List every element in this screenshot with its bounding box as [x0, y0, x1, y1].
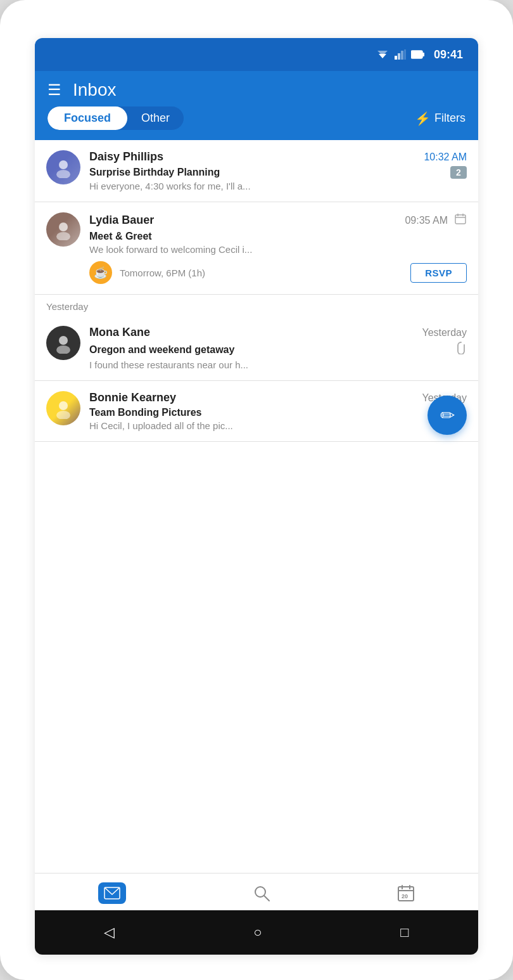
svg-rect-12: [455, 215, 466, 224]
event-time-lydia: Tomorrow, 6PM (1h): [120, 268, 403, 278]
avatar-daisy: [46, 150, 80, 184]
email-subject-line-bonnie: Team Bonding Pictures: [89, 407, 467, 418]
email-preview-mona: I found these restaurants near our h...: [89, 359, 467, 370]
svg-point-19: [56, 411, 70, 419]
event-row-lydia: ☕ Tomorrow, 6PM (1h) RSVP: [46, 261, 467, 284]
email-subject-line-daisy: Surprise Birthday Planning 2: [89, 166, 467, 179]
email-item-daisy[interactable]: Daisy Phillips 10:32 AM Surprise Birthda…: [35, 140, 478, 202]
email-content-lydia: Lydia Bauer 09:35 AM: [89, 212, 467, 255]
email-time-lydia: 09:35 AM: [405, 215, 448, 226]
menu-icon[interactable]: ☰: [48, 81, 61, 99]
avatar-bonnie: [46, 391, 80, 425]
tab-other[interactable]: Other: [127, 106, 184, 130]
avatar-image: [53, 219, 74, 240]
avatar-image: [53, 332, 74, 354]
avatar-image: [53, 397, 74, 419]
email-header-line-lydia: Lydia Bauer 09:35 AM: [89, 212, 467, 228]
svg-point-17: [56, 345, 70, 354]
email-subject-bonnie: Team Bonding Pictures: [89, 407, 202, 418]
nav-mail-icon: [98, 882, 126, 904]
svg-rect-4: [401, 51, 403, 60]
nav-mail[interactable]: [98, 882, 126, 904]
svg-rect-5: [404, 49, 406, 60]
email-item-bonnie[interactable]: Bonnie Kearney Yesterday Team Bonding Pi…: [35, 381, 478, 442]
sender-mona: Mona Kane: [89, 326, 150, 339]
email-preview-bonnie: Hi Cecil, I uploaded all of the pic...: [89, 420, 467, 431]
email-subject-mona: Oregon and weekend getaway: [89, 344, 234, 356]
sender-lydia: Lydia Bauer: [89, 214, 154, 227]
calendar-icon: 20: [397, 884, 415, 902]
calendar-icon-lydia: [454, 212, 467, 228]
signal-icon: [395, 49, 406, 60]
svg-point-9: [56, 170, 70, 178]
email-main-row-mona: Mona Kane Yesterday Oregon and weekend g…: [46, 326, 467, 370]
search-icon: [253, 884, 270, 902]
email-preview-daisy: Hi everyone, 4:30 works for me, I'll a..…: [89, 181, 467, 191]
wifi-icon: [376, 49, 390, 60]
email-content-bonnie: Bonnie Kearney Yesterday Team Bonding Pi…: [89, 391, 467, 431]
back-button[interactable]: ◁: [104, 924, 115, 941]
status-time: 09:41: [434, 48, 463, 61]
email-header-line-mona: Mona Kane Yesterday: [89, 326, 467, 339]
email-item-lydia[interactable]: Lydia Bauer 09:35 AM: [35, 202, 478, 295]
email-subject-line-mona: Oregon and weekend getaway: [89, 342, 467, 358]
phone-frame: 09:41 ☰ Inbox Focused Other ⚡ Filters: [0, 0, 513, 980]
email-content-mona: Mona Kane Yesterday Oregon and weekend g…: [89, 326, 467, 370]
email-content-daisy: Daisy Phillips 10:32 AM Surprise Birthda…: [89, 150, 467, 191]
email-main-row: Daisy Phillips 10:32 AM Surprise Birthda…: [46, 150, 467, 191]
tab-focused[interactable]: Focused: [48, 106, 127, 130]
svg-text:20: 20: [402, 893, 408, 899]
event-dot-icon: ☕: [94, 266, 108, 280]
header-title: Inbox: [73, 80, 466, 100]
bottom-nav: 20: [35, 873, 478, 910]
email-item-mona[interactable]: Mona Kane Yesterday Oregon and weekend g…: [35, 316, 478, 381]
email-main-row-bonnie: Bonnie Kearney Yesterday Team Bonding Pi…: [46, 391, 467, 431]
nav-search[interactable]: [253, 884, 270, 902]
svg-marker-1: [377, 51, 388, 56]
svg-rect-6: [411, 51, 422, 58]
svg-point-18: [59, 401, 68, 410]
compose-icon: ✏: [440, 405, 455, 426]
svg-rect-2: [395, 56, 397, 60]
svg-line-22: [264, 896, 269, 901]
svg-point-8: [59, 160, 68, 169]
email-header-line: Daisy Phillips 10:32 AM: [89, 150, 467, 164]
svg-point-10: [59, 222, 68, 231]
status-icons: 09:41: [376, 48, 463, 61]
compose-fab[interactable]: ✏: [428, 396, 467, 435]
email-preview-lydia: We look forward to welcoming Cecil i...: [89, 244, 467, 255]
inbox-tabs: Focused Other: [48, 106, 184, 130]
avatar-lydia: [46, 212, 80, 247]
android-nav: ◁ ○ □: [35, 910, 478, 955]
sender-daisy: Daisy Phillips: [89, 150, 163, 164]
filters-button[interactable]: ⚡ Filters: [415, 111, 466, 126]
email-time-daisy: 10:32 AM: [424, 152, 467, 163]
email-subject-lydia: Meet & Greet: [89, 231, 152, 242]
rsvp-button[interactable]: RSVP: [410, 263, 467, 283]
mail-icon: [104, 887, 120, 899]
attachment-icon-mona: [455, 342, 467, 358]
battery-icon: [411, 50, 425, 59]
section-header-yesterday: Yesterday: [35, 295, 478, 316]
nav-calendar[interactable]: 20: [397, 884, 415, 902]
email-subject-daisy: Surprise Birthday Planning: [89, 167, 220, 178]
header-top: ☰ Inbox: [48, 80, 466, 100]
email-subject-line-lydia: Meet & Greet: [89, 231, 467, 242]
email-header-line-bonnie: Bonnie Kearney Yesterday: [89, 391, 467, 404]
avatar-mona: [46, 326, 80, 360]
bolt-icon: ⚡: [415, 111, 431, 126]
event-dot-lydia: ☕: [89, 261, 112, 284]
svg-point-11: [56, 232, 70, 240]
filters-label: Filters: [434, 112, 466, 125]
home-button[interactable]: ○: [253, 924, 262, 941]
svg-rect-3: [398, 53, 400, 60]
svg-rect-7: [422, 53, 424, 56]
email-list: Daisy Phillips 10:32 AM Surprise Birthda…: [35, 140, 478, 873]
email-main-row-lydia: Lydia Bauer 09:35 AM: [46, 212, 467, 255]
recent-button[interactable]: □: [400, 924, 408, 941]
tabs-row: Focused Other ⚡ Filters: [48, 106, 466, 134]
svg-point-16: [59, 336, 68, 345]
device-shell: 09:41 ☰ Inbox Focused Other ⚡ Filters: [35, 38, 478, 955]
sender-bonnie: Bonnie Kearney: [89, 391, 176, 404]
avatar-image: [53, 157, 74, 178]
